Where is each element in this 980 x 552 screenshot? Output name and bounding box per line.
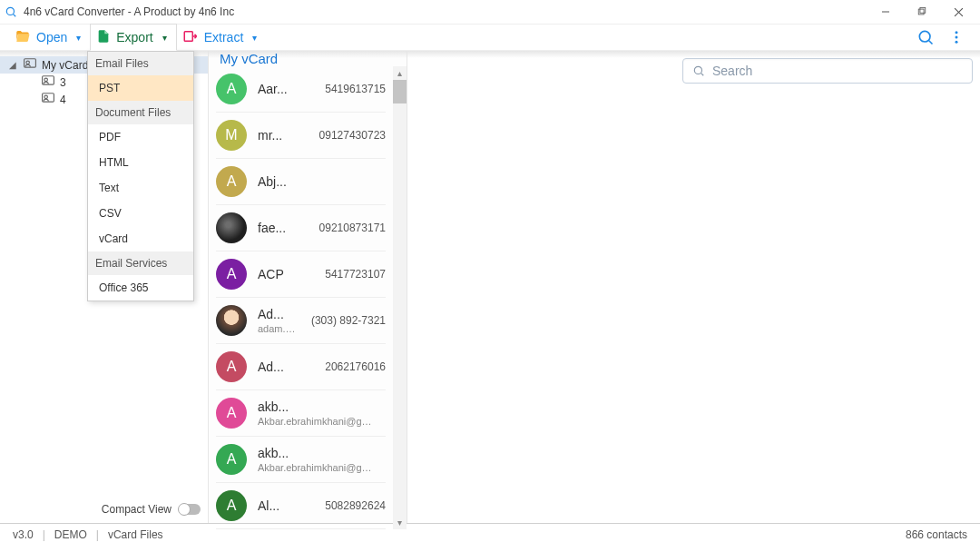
contact-card[interactable]: fae...09210873171 [216,205,386,251]
contact-sub: Akbar.ebrahimkhani@gmail.co [258,416,375,427]
contact-name: Ad... [258,307,300,321]
compact-view-toggle[interactable]: Compact View [102,503,201,516]
contact-phone: 09210873171 [319,222,386,234]
export-dropdown: Email FilesPSTDocument FilesPDFHTMLTextC… [87,51,194,301]
compact-view-label: Compact View [102,503,172,516]
svg-point-19 [694,66,701,74]
contact-card-icon [42,75,54,89]
contact-card[interactable]: Ad...adam.cohen@dgslaw.com(303) 892-7321 [216,298,386,344]
contact-sub: Akbar.ebrahimkhani@gmail.co [258,462,375,473]
svg-point-18 [44,95,48,99]
contact-card-icon [24,58,36,72]
avatar: M [216,120,247,151]
dropdown-item-text[interactable]: Text [88,175,193,201]
search-field-icon [692,64,705,77]
contact-name: fae... [258,221,309,235]
search-icon[interactable] [916,28,935,46]
contact-card[interactable]: AAl...5082892624 [216,483,386,529]
svg-line-20 [701,74,704,76]
search-box[interactable] [682,58,973,84]
app-icon [4,5,18,19]
avatar: A [216,351,247,382]
contact-name: mr... [258,128,309,143]
contact-name: Ad... [258,360,314,374]
svg-point-0 [6,7,14,15]
contact-card-icon [42,93,54,106]
scrollbar[interactable]: ▴ ▾ [393,66,407,529]
svg-rect-7 [184,31,192,41]
scroll-up-arrow[interactable]: ▴ [393,66,407,80]
extract-label: Extract [204,30,244,44]
contact-name: akb... [258,399,375,414]
status-version: v3.0 [13,528,34,541]
open-button[interactable]: Open ▾ [9,24,90,51]
dropdown-item-office-365[interactable]: Office 365 [88,275,193,301]
close-button[interactable] [940,0,976,24]
avatar-photo [216,305,247,336]
maximize-button[interactable] [904,0,940,24]
contact-phone: 2062176016 [325,360,386,373]
avatar: A [216,74,247,104]
dropdown-header: Document Files [88,101,193,124]
window-title: 4n6 vCard Converter - A Product by 4n6 I… [24,5,234,18]
minimize-button[interactable] [867,0,904,24]
contact-phone: 5082892624 [325,499,386,512]
detail-pane [407,51,980,523]
status-mode: DEMO [54,528,87,541]
contact-phone: 5419613715 [325,83,386,95]
export-button[interactable]: Export ▾ [90,24,176,51]
contact-name: ACP [258,267,314,281]
avatar-photo [216,212,247,243]
contact-card[interactable]: Aakb...Akbar.ebrahimkhani@gmail.co [216,390,386,437]
dropdown-item-html[interactable]: HTML [88,150,193,175]
contact-card[interactable]: AAar...5419613715 [216,66,386,113]
svg-rect-3 [918,9,924,15]
svg-point-14 [26,61,30,64]
contact-phone: 09127430723 [319,129,386,142]
scroll-down-arrow[interactable]: ▾ [393,516,407,529]
avatar: A [216,166,247,197]
dropdown-item-csv[interactable]: CSV [88,201,193,226]
extract-button[interactable]: Extract ▾ [177,24,267,51]
more-icon[interactable] [947,28,965,46]
avatar: A [216,444,247,475]
search-input[interactable] [712,64,963,78]
toggle-switch[interactable] [179,504,201,515]
svg-point-8 [919,31,930,42]
contact-card[interactable]: Mmr...09127430723 [216,113,386,159]
status-count: 866 contacts [906,528,967,541]
contact-card[interactable]: AAbj... [216,159,386,205]
contact-list-pane: My vCard AAar...5419613715Mmr...09127430… [209,51,407,523]
list-title: My vCard [220,51,278,66]
contact-phone: (303) 892-7321 [311,314,386,327]
tree-child-label: 3 [60,76,66,89]
contact-card[interactable]: Aakb...Akbar.ebrahimkhani@gmail.co [216,437,386,483]
svg-line-9 [929,41,933,44]
tree-root-label: My vCard [42,59,88,72]
status-bar: v3.0 | DEMO | vCard Files 866 contacts [0,523,980,545]
avatar: A [216,259,247,290]
svg-point-10 [956,31,958,34]
contact-name: Aar... [258,82,314,96]
avatar: A [216,490,247,521]
svg-point-11 [956,36,958,39]
contact-card[interactable]: AACP5417723107 [216,251,386,298]
status-file: vCard Files [108,528,163,541]
dropdown-item-vcard[interactable]: vCard [88,226,193,251]
dropdown-item-pst[interactable]: PST [88,75,193,101]
svg-point-16 [44,78,48,82]
dropdown-item-pdf[interactable]: PDF [88,124,193,150]
tree-child-label: 4 [60,94,66,106]
contact-phone: 5417723107 [325,268,386,281]
export-label: Export [116,30,152,44]
avatar: A [216,398,247,429]
title-bar: 4n6 vCard Converter - A Product by 4n6 I… [0,0,980,24]
contact-sub: adam.cohen@dgslaw.com [258,323,300,334]
contact-name: akb... [258,446,375,460]
contact-name: Abj... [258,174,375,189]
open-label: Open [36,30,67,44]
scrollbar-thumb[interactable] [393,80,407,104]
main-toolbar: Open ▾ Export ▾ Extract ▾ [0,24,980,51]
contact-card[interactable]: AAd...2062176016 [216,344,386,390]
svg-point-12 [956,41,958,44]
